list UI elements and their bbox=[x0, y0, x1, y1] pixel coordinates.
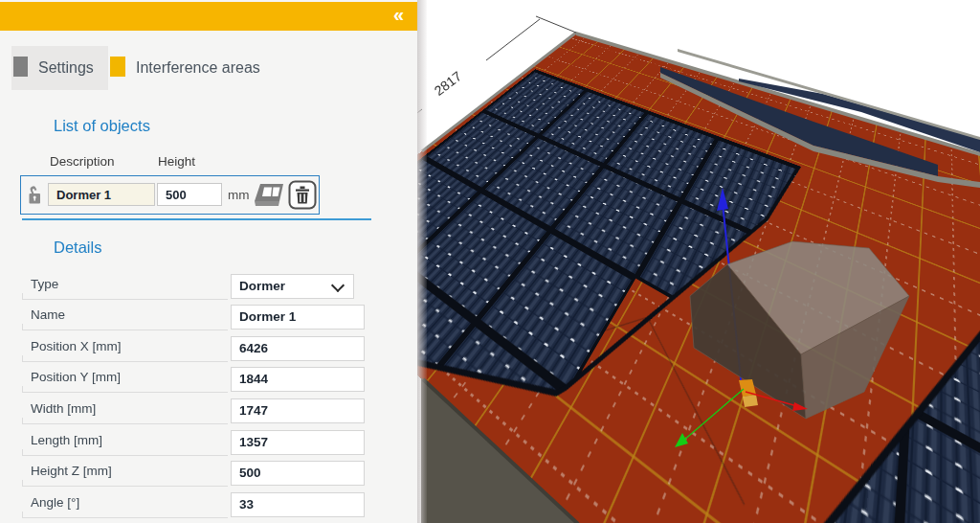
svg-text:2817: 2817 bbox=[432, 68, 465, 99]
